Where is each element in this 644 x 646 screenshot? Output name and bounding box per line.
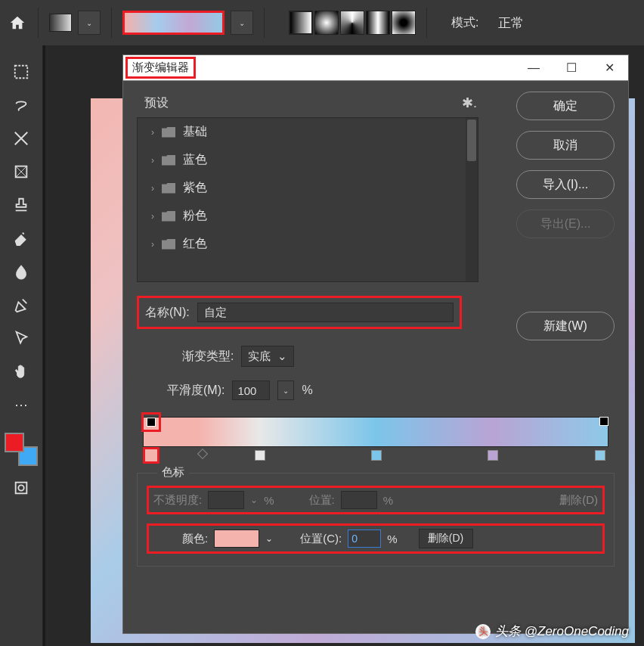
maximize-button[interactable]: ☐	[553, 55, 590, 81]
chevron-down-icon[interactable]: ⌄	[265, 533, 273, 544]
gear-icon[interactable]: ✱.	[462, 95, 477, 111]
opacity-label: 不透明度:	[153, 493, 202, 508]
dialog-titlebar[interactable]: 渐变编辑器 ― ☐ ✕	[123, 55, 628, 81]
chevron-right-icon: ›	[151, 211, 154, 222]
mode-value[interactable]: 正常	[498, 14, 524, 32]
dialog-title: 渐变编辑器	[125, 57, 196, 79]
name-row: 名称(N):	[137, 296, 462, 329]
color-stop[interactable]	[143, 447, 159, 464]
preset-folder[interactable]: ›蓝色	[138, 146, 478, 174]
radial-gradient-icon[interactable]	[314, 11, 339, 35]
chevron-right-icon: ›	[151, 183, 154, 194]
chevron-right-icon: ›	[151, 127, 154, 138]
gradient-type-label: 渐变类型:	[182, 349, 234, 365]
eraser-tool-icon[interactable]	[8, 227, 35, 250]
more-tools-icon[interactable]: ⋯	[8, 393, 35, 416]
tools-panel: ⋯	[0, 45, 43, 646]
gradient-type-icons	[289, 11, 416, 35]
chevron-down-icon: ⌄	[277, 349, 287, 363]
chevron-down-icon: ⌄	[250, 495, 258, 505]
folder-icon	[162, 211, 175, 222]
diamond-gradient-icon[interactable]	[392, 11, 416, 35]
linear-gradient-icon[interactable]	[289, 11, 313, 35]
gradient-bar[interactable]	[143, 417, 608, 447]
color-stop[interactable]	[371, 450, 382, 461]
preset-scrollbar[interactable]	[466, 118, 478, 281]
opacity-pos-label: 位置:	[309, 493, 335, 508]
color-stop[interactable]	[595, 450, 605, 461]
color-pos-label: 位置(C):	[300, 532, 342, 546]
svg-rect-0	[15, 66, 28, 79]
opacity-pos-input	[341, 491, 377, 509]
path-select-tool-icon[interactable]	[8, 327, 35, 349]
hand-tool-icon[interactable]	[8, 360, 35, 383]
angle-gradient-icon[interactable]	[340, 11, 364, 35]
gradient-preview[interactable]	[122, 11, 224, 35]
opacity-delete-button: 删除(D)	[559, 493, 598, 508]
folder-icon	[162, 239, 175, 250]
watermark: 头 头条 @ZeroOneCoding	[475, 623, 629, 640]
blur-tool-icon[interactable]	[8, 260, 35, 283]
import-button[interactable]: 导入(I)...	[516, 170, 615, 199]
color-stop[interactable]	[255, 450, 265, 461]
gradient-dropdown[interactable]: ⌄	[231, 11, 253, 35]
midpoint-marker[interactable]	[197, 449, 208, 459]
name-input[interactable]	[197, 303, 454, 322]
smoothness-input[interactable]	[232, 380, 270, 400]
stops-section: 色标 不透明度: ⌄ % 位置: % 删除(D) 颜色: ⌄ 位置(C):	[137, 473, 615, 567]
color-pos-input[interactable]	[348, 530, 381, 548]
stops-title: 色标	[157, 465, 189, 480]
export-button[interactable]: 导出(E)...	[516, 210, 615, 238]
chevron-right-icon: ›	[151, 239, 154, 250]
color-label: 颜色:	[182, 532, 208, 546]
chevron-right-icon: ›	[151, 155, 154, 166]
crop-tool-icon[interactable]	[8, 127, 35, 150]
gradient-swatch-icon[interactable]	[49, 14, 72, 32]
foreground-color-chip[interactable]	[5, 433, 24, 452]
pen-tool-icon[interactable]	[8, 293, 35, 316]
color-stop[interactable]	[488, 450, 498, 461]
smoothness-unit: %	[302, 384, 312, 397]
folder-icon	[162, 155, 175, 166]
presets-label: 预设	[144, 95, 169, 111]
stamp-tool-icon[interactable]	[8, 194, 35, 216]
gradient-editor-dialog: 渐变编辑器 ― ☐ ✕ 预设 ✱. ›基础 ›蓝色 ›紫色 ›粉色 ›红色 确定…	[122, 54, 629, 634]
color-delete-button[interactable]: 删除(D)	[419, 529, 473, 548]
preset-folder[interactable]: ›红色	[138, 230, 478, 258]
lasso-tool-icon[interactable]	[8, 94, 35, 116]
reflected-gradient-icon[interactable]	[366, 11, 390, 35]
smoothness-dropdown[interactable]: ⌄	[277, 380, 294, 400]
opacity-stop[interactable]	[598, 415, 610, 427]
opacity-input	[208, 491, 244, 509]
preset-folder[interactable]: ›基础	[138, 118, 478, 146]
svg-rect-2	[16, 483, 27, 494]
folder-icon	[162, 127, 175, 138]
preset-list[interactable]: ›基础 ›蓝色 ›紫色 ›粉色 ›红色	[137, 117, 478, 282]
ok-button[interactable]: 确定	[516, 92, 615, 120]
new-button[interactable]: 新建(W)	[516, 312, 615, 340]
gradient-type-select[interactable]: 实底⌄	[241, 346, 294, 367]
frame-tool-icon[interactable]	[8, 160, 35, 183]
preset-folder[interactable]: ›紫色	[138, 174, 478, 202]
watermark-icon: 头	[475, 624, 491, 639]
mode-label: 模式:	[451, 15, 478, 31]
home-icon[interactable]	[8, 14, 27, 31]
svg-point-3	[18, 485, 23, 490]
folder-icon	[162, 183, 175, 194]
gradient-editor-bar[interactable]	[137, 417, 615, 465]
opacity-stop-row: 不透明度: ⌄ % 位置: % 删除(D)	[147, 486, 605, 514]
swatch-dropdown[interactable]: ⌄	[78, 11, 101, 35]
color-stop-row: 颜色: ⌄ 位置(C): % 删除(D)	[147, 523, 605, 554]
color-chips[interactable]	[5, 433, 38, 466]
cancel-button[interactable]: 取消	[516, 131, 615, 160]
minimize-button[interactable]: ―	[515, 55, 553, 81]
quickmask-icon[interactable]	[8, 477, 35, 499]
color-well[interactable]	[214, 530, 259, 548]
marquee-tool-icon[interactable]	[8, 61, 35, 83]
top-options-bar: ⌄ ⌄ 模式: 正常	[0, 0, 644, 45]
opacity-stop[interactable]	[141, 412, 161, 432]
preset-folder[interactable]: ›粉色	[138, 202, 478, 230]
name-label: 名称(N):	[145, 305, 190, 321]
close-button[interactable]: ✕	[590, 55, 628, 81]
smoothness-label: 平滑度(M):	[167, 383, 224, 399]
